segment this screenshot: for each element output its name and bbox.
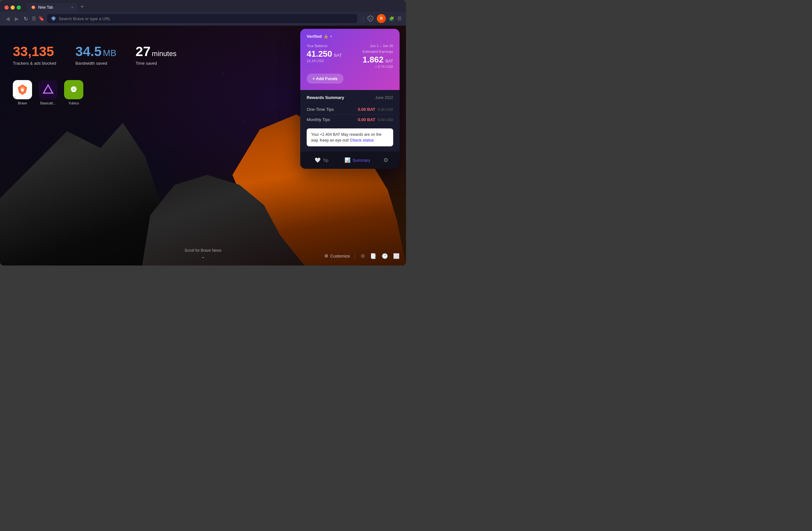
heart-icon: 🤍 — [315, 157, 321, 163]
brave-rewards-button[interactable]: R — [377, 14, 386, 23]
balance-section: Your Balance 41.250 BAT 16.34 USD Jun 1 … — [307, 44, 393, 69]
time-stat: 27 minutes Time saved — [135, 45, 177, 66]
estimated-bat-unit: BAT — [386, 59, 393, 63]
chart-icon: 📊 — [345, 157, 351, 163]
tab-title: New Tab — [38, 5, 53, 10]
add-funds-label: + Add Funds — [313, 76, 338, 81]
rewards-notice: Your +2.404 BAT May rewards are on the w… — [307, 129, 393, 146]
address-bar[interactable]: B Search Brave or type a URL — [47, 14, 357, 23]
customize-label: Customize — [330, 254, 350, 259]
settings-bottom-icon[interactable]: ⚙ — [361, 253, 365, 259]
bookmark-brave[interactable]: Brave — [13, 80, 32, 105]
one-time-bat: 0.00 BAT — [358, 107, 376, 112]
stats-row: 33,135 Trackers & ads blocked 34.5 MB Ba… — [13, 45, 177, 66]
monthly-usd: 0.00 USD — [378, 118, 393, 122]
monthly-label: Monthly Tips — [307, 117, 330, 122]
extensions-icon[interactable]: 🧩 — [389, 16, 394, 21]
bookmarks-bottom-icon[interactable]: 📑 — [370, 253, 377, 259]
panel-bottom: Rewards Summary June 2022 One-Time Tips … — [300, 90, 400, 151]
estimated-amount: 1.862 — [363, 55, 383, 64]
sliders-icon: ⚙ — [324, 253, 329, 259]
lock-icon: 🔒 — [324, 34, 329, 39]
main-content: 33,135 Trackers & ads blocked 34.5 MB Ba… — [0, 26, 406, 265]
bookmark-brave-icon — [13, 80, 32, 99]
reader-view-icon[interactable]: ☰ — [32, 16, 36, 21]
brave-shield-icon: B — [51, 16, 56, 21]
bookmark-icon[interactable]: 🔖 — [39, 16, 45, 21]
customize-button[interactable]: ⚙ Customize — [324, 253, 350, 259]
summary-label: Summary — [352, 158, 371, 163]
scroll-arrow-icon: ⌄ — [201, 254, 205, 259]
chevron-down-icon[interactable]: ▾ — [330, 34, 332, 38]
back-button[interactable]: ◀ — [4, 15, 11, 23]
rewards-panel: Verified 🔒 ▾ Your Balance 41.250 BAT 16.… — [300, 29, 400, 169]
estimated-title: Estimated Earnings — [350, 50, 393, 54]
active-tab[interactable]: B New Tab × — [27, 3, 78, 12]
balance-title: Your Balance — [307, 44, 350, 48]
verified-text: Verified — [307, 34, 322, 39]
bookmark-basicatt[interactable]: Basicatt... — [39, 80, 58, 105]
svg-marker-10 — [44, 85, 53, 93]
bandwidth-unit: MB — [103, 48, 116, 58]
menu-icon[interactable]: ☰ — [397, 16, 402, 21]
tab-bar: B New Tab × + — [27, 3, 86, 12]
svg-text:B: B — [53, 17, 54, 19]
bandwidth-stat: 34.5 MB Bandwidth saved — [75, 45, 116, 66]
forward-button[interactable]: ▶ — [13, 15, 20, 23]
minimize-button[interactable] — [11, 5, 15, 10]
estimated-col: Jun 1 – Jun 30 Estimated Earnings 1.862 … — [350, 44, 393, 69]
bookmarks-section: Brave Basicatt... y Yubic — [13, 80, 83, 105]
monthly-bat: 0.00 BAT — [358, 117, 376, 122]
close-button[interactable] — [4, 5, 9, 10]
rewards-summary-title: Rewards Summary — [307, 95, 344, 100]
svg-point-9 — [21, 88, 24, 91]
separator-line: | — [362, 15, 364, 22]
brave-favicon: B — [31, 5, 35, 10]
bookmark-basicatt-label: Basicatt... — [40, 101, 56, 105]
panel-verified-row: Verified 🔒 ▾ — [307, 34, 393, 39]
divider-vertical — [355, 253, 356, 259]
new-tab-button[interactable]: + — [78, 3, 86, 12]
tip-label: Tip — [323, 158, 329, 163]
bottom-right-controls: ⚙ Customize ⚙ 📑 🕐 ⬜ — [324, 253, 400, 259]
rewards-summary-header: Rewards Summary June 2022 — [307, 95, 393, 100]
one-time-tips-row: One-Time Tips 0.00 BAT 0.00 USD — [307, 104, 393, 115]
svg-text:y: y — [73, 88, 75, 91]
time-label: Time saved — [135, 61, 177, 66]
tab-close-icon[interactable]: × — [71, 5, 73, 9]
trackers-count: 33,135 — [13, 45, 56, 58]
add-funds-button[interactable]: + Add Funds — [307, 74, 344, 84]
time-number: 27 — [135, 45, 150, 58]
history-bottom-icon[interactable]: 🕐 — [382, 253, 388, 259]
balance-bat-unit: BAT — [334, 53, 342, 58]
panel-footer: 🤍 Tip 📊 Summary ⚙ — [300, 151, 400, 169]
balance-col: Your Balance 41.250 BAT 16.34 USD — [307, 44, 350, 63]
title-bar: B New Tab × + — [0, 0, 406, 12]
scroll-text: Scroll for Brave News — [185, 248, 221, 253]
one-time-amounts: 0.00 BAT 0.00 USD — [358, 107, 393, 112]
tip-button[interactable]: 🤍 Tip — [311, 155, 332, 165]
brave-shield-nav-icon[interactable]: B — [367, 15, 374, 22]
panel-top: Verified 🔒 ▾ Your Balance 41.250 BAT 16.… — [300, 29, 400, 90]
bookmark-yubico[interactable]: y Yubico — [64, 80, 83, 105]
settings-button[interactable]: ⚙ — [383, 157, 388, 164]
svg-text:B: B — [369, 17, 371, 20]
balance-amount: 41.250 — [307, 50, 332, 58]
summary-button[interactable]: 📊 Summary — [341, 155, 374, 165]
traffic-lights — [4, 5, 21, 10]
bookmark-yubico-icon: y — [64, 80, 83, 99]
check-status-link[interactable]: Check status — [350, 138, 374, 143]
estimated-date: Jun 1 – Jun 30 — [350, 44, 393, 48]
browser-window: B New Tab × + ◀ ▶ ↻ ☰ 🔖 B Search Brave o… — [0, 0, 406, 265]
window-bottom-icon[interactable]: ⬜ — [393, 253, 400, 259]
maximize-button[interactable] — [17, 5, 21, 10]
monthly-tips-row: Monthly Tips 0.00 BAT 0.00 USD — [307, 115, 393, 124]
reload-button[interactable]: ↻ — [23, 15, 29, 23]
bookmark-brave-label: Brave — [18, 101, 27, 105]
address-text: Search Brave or type a URL — [59, 16, 353, 21]
one-time-label: One-Time Tips — [307, 107, 334, 112]
bandwidth-number: 34.5 — [75, 45, 102, 58]
balance-usd: 16.34 USD — [307, 59, 350, 63]
trackers-label: Trackers & ads blocked — [13, 61, 56, 66]
svg-text:B: B — [33, 6, 34, 8]
